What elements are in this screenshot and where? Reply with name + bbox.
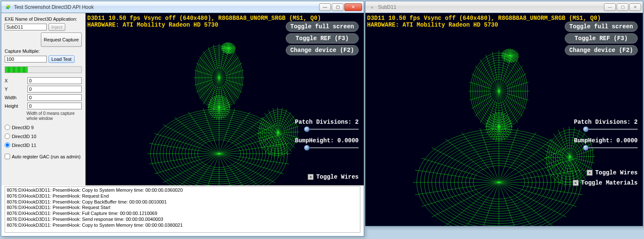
exe-name-input[interactable]: [5, 24, 47, 30]
x-input[interactable]: [27, 77, 82, 84]
subd11-bump-height-label: BumpHeight: 0.0000: [574, 137, 638, 144]
subd11-bump-height-slider[interactable]: [583, 145, 638, 151]
width-input[interactable]: [27, 94, 82, 101]
subd11-titlebar[interactable]: ⨉ SubD11 — ▢ ✕: [365, 1, 643, 13]
width-label: Width: [5, 95, 26, 100]
auto-register-checkbox[interactable]: [5, 154, 10, 159]
exe-name-label: EXE Name of Direct3D Application:: [5, 16, 82, 22]
d3d10-radio[interactable]: [5, 133, 10, 139]
d3d-stats-line1: D3D11 10.50 fps Vsync off (640x480), R8G…: [87, 15, 321, 22]
patch-divisions-label: Patch Divisions: 2: [295, 119, 359, 125]
hook-tool-window: 🧩 Test Screenshot Direct3D API Hook — ▢ …: [1, 1, 364, 236]
d3d9-label: Direct3D 9: [12, 125, 34, 130]
subd11-minimize-button[interactable]: —: [604, 3, 616, 11]
subd11-toggle-materials-checkbox[interactable]: ✕: [573, 180, 579, 186]
auto-register-label: Auto register GAC (run as admin): [12, 154, 80, 159]
subd11-stats-line2: HARDWARE: ATI Mobility Radeon HD 5730: [367, 22, 498, 29]
progress-bar: [5, 66, 82, 73]
y-input[interactable]: [27, 86, 82, 92]
patch-divisions-slider[interactable]: [304, 126, 359, 132]
bump-height-slider[interactable]: [304, 145, 359, 151]
d3d11-label: Direct3D 11: [12, 143, 36, 148]
subd11-viewport: D3D11 10.50 fps Vsync off (640x480), R8G…: [365, 13, 643, 226]
capture-multiple-input[interactable]: [5, 56, 47, 62]
subd11-toggle-materials-label: Toggle Materials: [581, 179, 638, 186]
subd11-toggle-fullscreen-button[interactable]: Toggle full screen: [565, 22, 638, 32]
x-label: X: [5, 78, 26, 83]
app-icon: 🧩: [5, 4, 11, 11]
subd11-window: ⨉ SubD11 — ▢ ✕ D3D11 10.50 fps Vsync off…: [365, 1, 643, 226]
toggle-wires-label: Toggle Wires: [316, 174, 359, 180]
d3d10-label: Direct3D 10: [12, 134, 36, 139]
subd11-close-button[interactable]: ✕: [629, 3, 641, 11]
subd11-toggle-wires-checkbox[interactable]: ✕: [587, 170, 593, 176]
y-label: Y: [5, 87, 26, 92]
subd11-change-device-button[interactable]: Change device (F2): [565, 45, 638, 55]
minimize-button[interactable]: —: [319, 3, 331, 11]
hook-tool-titlebar[interactable]: 🧩 Test Screenshot Direct3D API Hook — ▢ …: [1, 1, 364, 13]
subd11-patch-divisions-slider[interactable]: [583, 126, 638, 132]
d3d-stats-line2: HARDWARE: ATI Mobility Radeon HD 5730: [87, 22, 218, 29]
toggle-wires-checkbox[interactable]: ✕: [308, 174, 314, 180]
inject-button[interactable]: Inject: [48, 23, 65, 31]
sidebar-panel: EXE Name of Direct3D Application: Inject…: [1, 13, 86, 185]
height-label: Height: [5, 103, 26, 109]
subd11-stats-line1: D3D11 10.50 fps Vsync off (640x480), R8G…: [367, 15, 601, 22]
close-button[interactable]: ✕: [344, 3, 362, 11]
width-note: Width of 0 means capture whole window: [5, 111, 82, 121]
log-output[interactable]: 8076:DXHookD3D11: PresentHook: Copy to S…: [5, 186, 360, 233]
subd11-patch-divisions-label: Patch Divisions: 2: [574, 119, 638, 125]
toggle-ref-button[interactable]: Toggle REF (F3): [286, 33, 359, 43]
d3d9-radio[interactable]: [5, 125, 10, 130]
window-title: Test Screenshot Direct3D API Hook: [14, 4, 319, 10]
request-capture-button[interactable]: Request Capture: [41, 33, 82, 47]
subd11-title: SubD11: [378, 4, 604, 10]
load-test-button[interactable]: Load Test: [48, 55, 75, 63]
change-device-button[interactable]: Change device (F2): [286, 45, 359, 55]
maximize-button[interactable]: ▢: [332, 3, 343, 11]
subd11-app-icon: ⨉: [369, 4, 376, 11]
toggle-fullscreen-button[interactable]: Toggle full screen: [286, 22, 359, 32]
subd11-toggle-wires-label: Toggle Wires: [595, 169, 638, 176]
d3d11-radio[interactable]: [5, 142, 10, 148]
bump-height-label: BumpHeight: 0.0000: [295, 137, 359, 144]
height-input[interactable]: [27, 103, 82, 109]
capture-multiple-label: Capture Multiple:: [5, 49, 82, 54]
subd11-maximize-button[interactable]: ▢: [617, 3, 628, 11]
subd11-toggle-ref-button[interactable]: Toggle REF (F3): [565, 33, 638, 43]
embedded-viewport: D3D11 10.50 fps Vsync off (640x480), R8G…: [86, 13, 364, 185]
